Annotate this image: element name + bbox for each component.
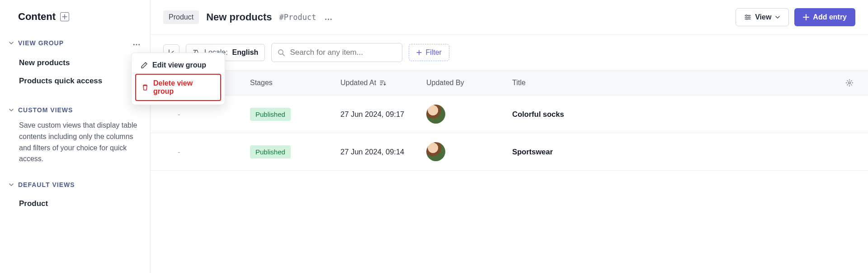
view-dropdown[interactable]: View bbox=[736, 8, 789, 26]
cell-updated-at: 27 Jun 2024, 09:17 bbox=[340, 110, 426, 119]
sidebar-header: Content bbox=[9, 11, 141, 23]
topbar: Product New products #Product … View Add… bbox=[151, 0, 868, 35]
toolbar: Locale: English Filter bbox=[151, 35, 868, 70]
filter-label: Filter bbox=[425, 48, 442, 57]
avatar bbox=[426, 105, 445, 124]
chevron-down-icon bbox=[775, 14, 780, 20]
cell-updated-by bbox=[426, 142, 512, 161]
model-hash: #Product bbox=[279, 13, 316, 22]
cell-stage: Published bbox=[250, 108, 340, 121]
table-header: ID Stages Updated At Updated By Title bbox=[151, 70, 868, 96]
view-group-context-menu: Edit view group Delete view group bbox=[131, 53, 225, 105]
view-label: View bbox=[755, 13, 771, 21]
chevron-down-icon bbox=[9, 41, 14, 45]
sidebar: Content VIEW GROUP … New products Produc… bbox=[0, 0, 151, 273]
section-heading-view-group[interactable]: VIEW GROUP … bbox=[9, 38, 141, 48]
section-heading-default-views[interactable]: DEFAULT VIEWS bbox=[9, 181, 141, 188]
page-more-icon[interactable]: … bbox=[325, 13, 333, 22]
delete-label: Delete view group bbox=[153, 79, 215, 96]
svg-point-1 bbox=[749, 17, 750, 18]
custom-views-section: CUSTOM VIEWS Save custom views that disp… bbox=[9, 106, 141, 165]
cell-updated-by bbox=[426, 105, 512, 124]
custom-views-description: Save custom views that display table con… bbox=[9, 120, 141, 165]
add-content-button[interactable] bbox=[60, 12, 69, 21]
view-group-more-icon[interactable]: … bbox=[132, 38, 141, 48]
main: Product New products #Product … View Add… bbox=[151, 0, 868, 273]
trash-icon bbox=[142, 84, 149, 91]
add-entry-label: Add entry bbox=[813, 13, 847, 21]
locale-value: English bbox=[232, 48, 259, 57]
sliders-icon bbox=[744, 14, 751, 21]
sort-desc-icon bbox=[379, 79, 386, 86]
section-heading-label: DEFAULT VIEWS bbox=[18, 181, 75, 188]
svg-point-4 bbox=[849, 82, 850, 84]
col-updated-at[interactable]: Updated At bbox=[340, 79, 426, 87]
sidebar-item-product[interactable]: Product bbox=[9, 195, 141, 213]
search-icon bbox=[277, 48, 285, 57]
default-views-section: DEFAULT VIEWS Product bbox=[9, 181, 141, 213]
svg-point-2 bbox=[746, 19, 748, 20]
search-input[interactable] bbox=[290, 48, 396, 57]
plus-icon bbox=[416, 50, 422, 55]
cell-updated-at: 27 Jun 2024, 09:14 bbox=[340, 148, 426, 156]
sidebar-item-new-products[interactable]: New products bbox=[9, 54, 141, 72]
edit-label: Edit view group bbox=[152, 61, 206, 69]
cell-title: Colorful socks bbox=[512, 110, 845, 119]
section-heading-label: CUSTOM VIEWS bbox=[18, 106, 73, 114]
section-heading-custom-views[interactable]: CUSTOM VIEWS bbox=[9, 106, 141, 114]
col-updated-by[interactable]: Updated By bbox=[426, 79, 512, 87]
edit-view-group-button[interactable]: Edit view group bbox=[135, 57, 221, 74]
chevron-down-icon bbox=[9, 182, 14, 187]
avatar bbox=[426, 142, 445, 161]
page-title: New products bbox=[206, 11, 272, 23]
pencil-icon bbox=[141, 62, 148, 69]
col-stages[interactable]: Stages bbox=[250, 79, 340, 87]
add-entry-button[interactable]: Add entry bbox=[794, 8, 855, 26]
stage-badge: Published bbox=[250, 145, 291, 158]
col-title[interactable]: Title bbox=[512, 79, 845, 87]
plus-icon bbox=[803, 14, 809, 20]
cell-id: - bbox=[151, 148, 250, 156]
stage-badge: Published bbox=[250, 108, 291, 121]
sidebar-title: Content bbox=[18, 11, 56, 23]
table-settings-button[interactable] bbox=[845, 79, 868, 87]
delete-view-group-button[interactable]: Delete view group bbox=[135, 74, 221, 101]
model-chip[interactable]: Product bbox=[163, 10, 199, 24]
add-filter-button[interactable]: Filter bbox=[409, 44, 449, 61]
table-row[interactable]: - Published 27 Jun 2024, 09:17 Colorful … bbox=[151, 96, 868, 133]
table-row[interactable]: - Published 27 Jun 2024, 09:14 Sportswea… bbox=[151, 133, 868, 171]
chevron-down-icon bbox=[9, 108, 14, 112]
search-box[interactable] bbox=[271, 43, 402, 62]
view-group-section: VIEW GROUP … New products Products quick… bbox=[9, 38, 141, 90]
col-updated-at-label: Updated At bbox=[340, 79, 376, 87]
cell-id: - bbox=[151, 110, 250, 119]
cell-title: Sportswear bbox=[512, 148, 845, 156]
sidebar-item-products-quick-access[interactable]: Products quick access bbox=[9, 72, 141, 90]
cell-stage: Published bbox=[250, 145, 340, 158]
svg-point-0 bbox=[746, 15, 747, 16]
section-heading-label: VIEW GROUP bbox=[18, 39, 64, 47]
